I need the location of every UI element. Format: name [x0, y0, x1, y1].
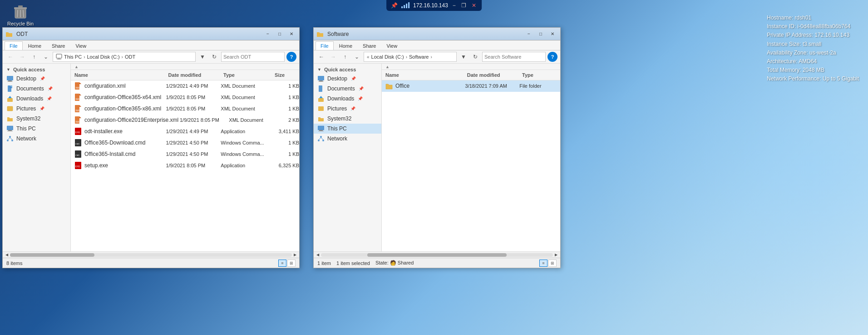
- xml-icon: XML: [74, 82, 82, 90]
- close-button[interactable]: ✕: [547, 30, 557, 38]
- sidebar-item-desktop[interactable]: Desktop 📌: [314, 74, 381, 84]
- recent-button[interactable]: ⌄: [41, 52, 51, 62]
- table-row[interactable]: CMD Office365-Install.cmd 1/29/2021 4:50…: [71, 149, 299, 160]
- sidebar-item-documents[interactable]: Documents 📌: [314, 84, 381, 94]
- address-path[interactable]: This PC › Local Disk (C:) › ODT: [53, 52, 196, 62]
- tab-home[interactable]: Home: [23, 41, 46, 50]
- up-button[interactable]: ↑: [340, 52, 350, 62]
- tab-view[interactable]: View: [70, 41, 91, 50]
- details-view-button[interactable]: ≡: [539, 260, 547, 267]
- pin-icon: 📌: [350, 106, 355, 111]
- horizontal-scrollbar[interactable]: ◀ ▶: [314, 251, 560, 258]
- scroll-right-button[interactable]: ▶: [553, 252, 559, 258]
- file-type: Application: [221, 163, 271, 168]
- sidebar-item-network[interactable]: Network: [314, 134, 381, 144]
- odt-search-box[interactable]: 🔍: [221, 52, 285, 62]
- maximize-button[interactable]: □: [275, 30, 285, 38]
- software-search-input[interactable]: [483, 54, 549, 60]
- tab-file[interactable]: File: [316, 41, 334, 50]
- restore-button[interactable]: ❐: [460, 2, 467, 9]
- recent-button[interactable]: ⌄: [352, 52, 362, 62]
- close-button[interactable]: ✕: [286, 30, 296, 38]
- scroll-right-button[interactable]: ▶: [292, 252, 298, 258]
- scroll-left-button[interactable]: ◀: [315, 252, 321, 258]
- tiles-view-button[interactable]: ⊞: [548, 260, 557, 267]
- forward-button[interactable]: →: [17, 52, 27, 62]
- tab-view[interactable]: View: [381, 41, 402, 50]
- forward-button[interactable]: →: [328, 52, 338, 62]
- back-button[interactable]: ←: [5, 52, 15, 62]
- col-header-type[interactable]: Type: [220, 71, 271, 79]
- table-row[interactable]: Office 3/18/2021 7:09 AM File folder: [382, 80, 560, 92]
- tab-share[interactable]: Share: [47, 41, 70, 50]
- col-header-type[interactable]: Type: [518, 71, 560, 79]
- help-button[interactable]: ?: [286, 52, 296, 62]
- table-row[interactable]: XML configuration-Office365-x86.xml 1/9/…: [71, 103, 299, 115]
- file-type: Windows Comma...: [221, 151, 271, 157]
- svg-rect-11: [7, 81, 13, 82]
- svg-line-24: [8, 138, 10, 140]
- table-row[interactable]: CMD Office365-Download.cmd 1/29/2021 4:5…: [71, 137, 299, 149]
- tab-home[interactable]: Home: [334, 41, 357, 50]
- desktop-icon-sidebar: [6, 75, 14, 82]
- svg-rect-53: [318, 126, 324, 130]
- sidebar-item-system32[interactable]: System32: [314, 114, 381, 124]
- col-header-date[interactable]: Date modified: [165, 71, 220, 79]
- refresh-button[interactable]: ↻: [209, 52, 219, 62]
- col-header-size[interactable]: Size: [271, 71, 299, 79]
- odt-address-bar: ← → ↑ ⌄ This PC › Local Disk (C:) › ODT …: [3, 50, 299, 64]
- table-row[interactable]: XML configuration-Office365-x64.xml 1/9/…: [71, 92, 299, 103]
- availability-zone-text: Availability Zone: us-west-2a: [767, 49, 859, 57]
- col-header-date[interactable]: Date modified: [464, 71, 518, 79]
- hostname-text: Hostname: rdsh01: [767, 14, 859, 22]
- tab-file[interactable]: File: [5, 41, 23, 50]
- table-row[interactable]: XML configuration.xml 1/29/2021 4:49 PM …: [71, 80, 299, 92]
- table-row[interactable]: XML configuration-Office2019Enterprise.x…: [71, 115, 299, 126]
- sidebar-item-pictures[interactable]: Pictures 📌: [3, 104, 70, 114]
- sidebar-item-desktop[interactable]: Desktop 📌: [3, 74, 70, 84]
- sidebar-item-documents[interactable]: Documents 📌: [3, 84, 70, 94]
- software-search-box[interactable]: 🔍: [482, 52, 546, 62]
- up-button[interactable]: ↑: [29, 52, 39, 62]
- path-dropdown-button[interactable]: ▼: [459, 52, 469, 62]
- sidebar-item-pictures[interactable]: Pictures 📌: [314, 104, 381, 114]
- pin-icon[interactable]: 📌: [391, 2, 398, 9]
- help-button[interactable]: ?: [547, 52, 557, 62]
- col-header-name[interactable]: Name: [382, 71, 464, 79]
- sidebar-item-network[interactable]: Network: [3, 134, 70, 144]
- scroll-left-button[interactable]: ◀: [4, 252, 10, 258]
- sidebar-section-quick-access[interactable]: ▼ Quick access: [3, 65, 70, 74]
- svg-marker-36: [79, 116, 81, 118]
- pictures-label: Pictures: [16, 105, 36, 112]
- table-row[interactable]: EXE odt-installer.exe 1/29/2021 4:49 PM …: [71, 126, 299, 137]
- back-button[interactable]: ←: [316, 52, 326, 62]
- details-view-button[interactable]: ≡: [278, 260, 286, 267]
- path-dropdown-button[interactable]: ▼: [197, 52, 207, 62]
- sidebar-item-downloads[interactable]: Downloads 📌: [3, 94, 70, 104]
- minimize-button[interactable]: −: [263, 30, 273, 38]
- software-window: Software − □ ✕ File Home Share View ← → …: [313, 27, 561, 268]
- this-pc-label: This PC: [327, 125, 347, 132]
- sidebar-item-this-pc[interactable]: This PC: [314, 124, 381, 134]
- close-button[interactable]: ✕: [471, 2, 477, 9]
- table-row[interactable]: EXE setup.exe 1/9/2021 8:05 PM Applicati…: [71, 160, 299, 171]
- tiles-view-button[interactable]: ⊞: [287, 260, 296, 267]
- odt-search-input[interactable]: [222, 54, 288, 60]
- refresh-button[interactable]: ↻: [470, 52, 480, 62]
- system32-label: System32: [327, 115, 351, 122]
- horizontal-scrollbar[interactable]: ◀ ▶: [3, 251, 299, 258]
- maximize-button[interactable]: □: [536, 30, 546, 38]
- file-name: setup.exe: [84, 162, 108, 169]
- address-path[interactable]: « Local Disk (C:) › Software ›: [364, 52, 457, 62]
- sidebar-section-quick-access[interactable]: ▼ Quick access: [314, 65, 381, 74]
- sidebar-item-system32[interactable]: System32: [3, 114, 70, 124]
- recycle-bin-icon[interactable]: Recycle Bin: [5, 5, 36, 26]
- tab-share[interactable]: Share: [358, 41, 381, 50]
- sidebar-item-downloads[interactable]: Downloads 📌: [314, 94, 381, 104]
- sidebar-item-this-pc[interactable]: This PC: [3, 124, 70, 134]
- col-header-name[interactable]: Name: [71, 71, 165, 79]
- instance-size-text: Instance Size: t3.small: [767, 40, 859, 49]
- minimize-button[interactable]: −: [524, 30, 534, 38]
- minimize-button[interactable]: −: [452, 2, 457, 9]
- file-date: 1/29/2021 4:49 PM: [166, 83, 221, 89]
